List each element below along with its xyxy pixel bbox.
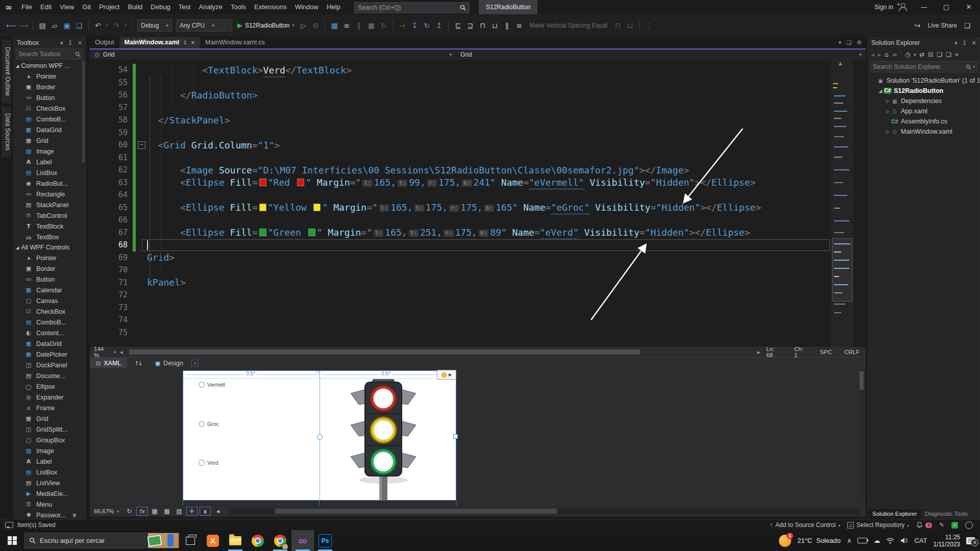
navigate-forward-icon[interactable]: [18, 20, 29, 31]
design-artboard[interactable]: 0.5* 0.5* ▽ ▶ VermellGrocVerd: [183, 370, 456, 500]
toolbox-item-listview[interactable]: ListView: [14, 478, 85, 488]
toolbox-item-checkbox[interactable]: CheckBox: [14, 306, 85, 317]
toolbox-item-datagrid[interactable]: DataGrid: [14, 338, 85, 349]
maximize-button[interactable]: [935, 0, 958, 14]
scroll-up-icon[interactable]: [839, 61, 842, 66]
code-line-56[interactable]: 56 </RadioButton>: [90, 89, 866, 102]
weather-icon[interactable]: 1: [779, 535, 791, 547]
toolbox-pin-icon[interactable]: [68, 40, 72, 46]
design-scroll-left-icon[interactable]: [213, 507, 223, 515]
xaml-code-editor[interactable]: 54 <TextBlock>Verd</TextBlock>5556 </Rad…: [90, 60, 866, 347]
close-button[interactable]: [958, 0, 980, 14]
effects-toggle-icon[interactable]: [136, 507, 148, 516]
column-width-label[interactable]: 0.5*: [244, 371, 257, 377]
toolbox-item-button[interactable]: Button: [14, 274, 85, 285]
resize-handle[interactable]: [453, 434, 458, 439]
code-line-65[interactable]: 65 <Ellipse Fill="Yellow " Margin="l:165…: [90, 202, 866, 214]
undo-dropdown-icon[interactable]: [105, 20, 110, 31]
code-line-59[interactable]: 59: [90, 127, 866, 139]
new-project-icon[interactable]: [37, 20, 48, 31]
design-radiobutton-vermell[interactable]: Vermell: [199, 382, 225, 388]
restart-icon[interactable]: [378, 20, 389, 31]
code-line-71[interactable]: 71kPanel>: [90, 277, 866, 289]
taskbar-app-chrome-profile[interactable]: [269, 530, 291, 551]
float-icon[interactable]: [846, 39, 851, 46]
taskbar-app-explorer[interactable]: [224, 530, 247, 551]
design-horizontal-scrollbar[interactable]: [229, 508, 861, 514]
toolbox-item-datagrid[interactable]: DataGrid: [14, 124, 85, 135]
code-line-63[interactable]: 63 <Ellipse Fill="Red " Margin="l:165,t:…: [90, 177, 866, 189]
rail-tab-data-sources[interactable]: Data Sources: [3, 106, 11, 158]
start-without-debugging-icon[interactable]: [298, 20, 309, 31]
toolbox-group-header[interactable]: ◢All WPF Controls: [14, 242, 85, 253]
stop-icon[interactable]: [365, 20, 377, 31]
editor-zoom-dropdown[interactable]: 144 %: [90, 346, 120, 358]
menu-git[interactable]: Git: [78, 0, 95, 14]
sign-in-person-icon[interactable]: +: [898, 3, 908, 11]
fold-collapse-icon[interactable]: −: [138, 141, 145, 149]
artboard-background-icon[interactable]: [174, 507, 184, 515]
live-share-label[interactable]: Live Share: [928, 22, 957, 29]
code-line-67[interactable]: 67 <Ellipse Fill="Green " Margin="l:165,…: [90, 227, 866, 239]
toolbox-item-ellipse[interactable]: Ellipse: [14, 381, 85, 392]
toolbox-item-listbox[interactable]: ListBox: [14, 467, 85, 478]
forward-icon[interactable]: [878, 51, 881, 58]
step-out-icon[interactable]: [433, 20, 445, 31]
align-bottom-icon[interactable]: [489, 20, 500, 31]
quick-search-box[interactable]: Search (Ctrl+Q): [354, 2, 470, 13]
code-line-64[interactable]: 64: [90, 189, 866, 202]
toolbox-item-grid[interactable]: Grid: [14, 413, 85, 424]
tab-close-icon[interactable]: [191, 37, 195, 48]
breadcrumb-left[interactable]: Grid ▾: [90, 49, 456, 60]
panel-tab-solution-explorer[interactable]: Solution Explorer: [868, 509, 921, 519]
menu-file[interactable]: File: [17, 0, 36, 14]
toolbox-item-contentcontrol[interactable]: Content...: [14, 328, 85, 338]
code-line-57[interactable]: 57: [90, 102, 866, 114]
weather-widget[interactable]: 21°C Soleado: [797, 537, 841, 544]
save-icon[interactable]: [61, 20, 72, 31]
preview-icon[interactable]: [946, 51, 951, 58]
show-next-statement-icon[interactable]: [397, 20, 408, 31]
code-line-70[interactable]: 70: [90, 264, 866, 277]
grid-splitter-handle[interactable]: [317, 434, 323, 440]
document-outline-icon[interactable]: [341, 20, 352, 31]
popout-pane-icon[interactable]: ↗: [191, 360, 199, 367]
rail-tab-document-outline[interactable]: Document Outline: [3, 40, 11, 103]
show-grid-icon[interactable]: [150, 507, 160, 515]
live-share-icon[interactable]: [912, 20, 923, 31]
toolbox-group-header[interactable]: ◢Common WPF ...: [14, 61, 85, 71]
code-line-60[interactable]: 60− <Grid Grid.Column="1">: [90, 139, 866, 152]
code-line-68[interactable]: 68: [90, 239, 866, 252]
toolbox-item-pointer[interactable]: Pointer: [14, 71, 85, 82]
toolbox-scroll-down-icon[interactable]: [72, 513, 77, 518]
add-to-source-control-button[interactable]: ↑ Add to Source Control ▴: [770, 521, 840, 529]
breadcrumb-right[interactable]: Grid ▾: [456, 49, 866, 60]
undo-icon[interactable]: [92, 20, 104, 31]
tree-item-mainwindow-xaml[interactable]: ▷⟨⟩MainWindow.xaml: [868, 127, 979, 137]
snap-lines-icon[interactable]: [186, 507, 198, 516]
align-left-icon[interactable]: [452, 20, 463, 31]
align-right-icon[interactable]: [464, 20, 476, 31]
toolbox-item-combobox[interactable]: ComboB...: [14, 114, 85, 124]
tab-list-icon[interactable]: [839, 39, 842, 46]
tree-expander-icon[interactable]: ▷: [885, 130, 891, 134]
taskbar-app-task-view[interactable]: [179, 530, 202, 551]
redo-icon[interactable]: [111, 20, 122, 31]
tree-item-app-xaml[interactable]: ▷⟨⟩App.xaml: [868, 106, 979, 116]
zoom-fit-icon[interactable]: [200, 507, 211, 516]
design-radiobutton-groc[interactable]: Groc: [199, 421, 219, 427]
clock-widget[interactable]: 11:25 1/11/2023: [934, 534, 961, 548]
toolbox-item-label[interactable]: Label: [14, 157, 85, 167]
action-center-icon[interactable]: 4: [966, 537, 975, 544]
toolbox-item-stackpanel[interactable]: StackPanel: [14, 199, 85, 210]
tab-pin-icon[interactable]: [183, 37, 187, 48]
tree-expander-icon[interactable]: ▷: [885, 109, 891, 114]
distribute-horizontal-icon[interactable]: [501, 20, 512, 31]
menu-window[interactable]: Window: [291, 0, 323, 14]
minimap-scrollbar[interactable]: [831, 60, 853, 347]
back-icon[interactable]: [871, 51, 874, 58]
toolbox-item-gridsplitter[interactable]: GridSplitt...: [14, 424, 85, 435]
design-radiobutton-verd[interactable]: Verd: [199, 460, 218, 466]
tree-item-solution-s12radiobutton-1-of-1-pr[interactable]: ▣Solution 'S12RadioButton' (1 of 1 pr: [868, 76, 979, 86]
feedback-icon[interactable]: [962, 20, 973, 31]
